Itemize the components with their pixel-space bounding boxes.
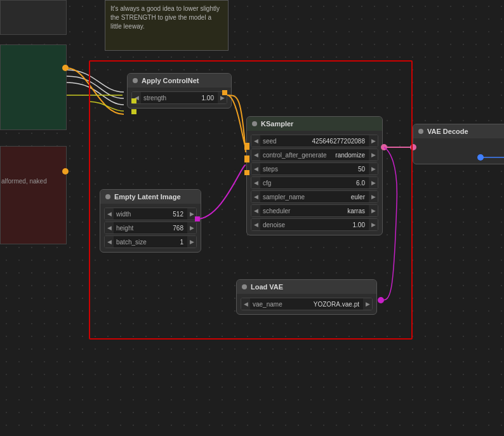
steps-left-arrow[interactable]: ◀ xyxy=(251,163,260,175)
cfg-label: cfg xyxy=(260,180,356,187)
node-controlnet-title: Apply ControlNet xyxy=(142,77,199,84)
strength-right-arrow[interactable]: ▶ xyxy=(218,92,227,103)
node-load-vae-body: ◀ vae_name YOZORA.vae.pt ▶ xyxy=(237,294,376,314)
node-latent-header: Empty Latent Image xyxy=(100,190,201,204)
vae-name-value: YOZORA.vae.pt xyxy=(314,301,363,308)
denoise-value: 1.00 xyxy=(353,221,369,228)
cfg-value: 6.0 xyxy=(356,180,369,187)
batch-label: batch_size xyxy=(114,239,180,246)
strength-label: strength xyxy=(141,95,202,102)
width-label: width xyxy=(114,211,173,218)
node-vae-decode-header: VAE Decode xyxy=(413,124,504,138)
control-value: randomize xyxy=(335,152,369,159)
batch-right-arrow[interactable]: ▶ xyxy=(187,236,196,248)
ksampler-scheduler-field[interactable]: ◀ scheduler karras ▶ xyxy=(251,204,378,217)
sampler-left-arrow[interactable]: ◀ xyxy=(251,191,260,202)
node-controlnet-body: ◀ strength 1.00 ▶ xyxy=(128,88,231,108)
ksampler-sampler-field[interactable]: ◀ sampler_name euler ▶ xyxy=(251,190,378,203)
latent-batch-field[interactable]: ◀ batch_size 1 ▶ xyxy=(104,235,197,248)
strength-left-arrow[interactable]: ◀ xyxy=(132,92,141,103)
batch-left-arrow[interactable]: ◀ xyxy=(105,236,114,248)
control-left-arrow[interactable]: ◀ xyxy=(251,149,260,161)
steps-value: 50 xyxy=(358,166,369,173)
width-value: 512 xyxy=(173,211,187,218)
node-empty-latent[interactable]: Empty Latent Image ◀ width 512 ▶ ◀ heigh… xyxy=(100,189,201,253)
scheduler-value: karras xyxy=(347,208,369,215)
sampler-value: euler xyxy=(351,194,369,201)
left-top-panel xyxy=(0,0,67,35)
height-value: 768 xyxy=(173,225,187,232)
node-load-vae-dot xyxy=(242,284,247,289)
node-ksampler-dot xyxy=(252,121,257,126)
left-mid-panel xyxy=(0,44,67,130)
node-status-dot xyxy=(133,78,138,83)
node-controlnet-header: Apply ControlNet xyxy=(128,74,231,88)
node-vae-decode-dot xyxy=(418,129,423,134)
node-ksampler[interactable]: KSampler ◀ seed 425646277202088 ▶ ◀ cont… xyxy=(246,116,383,235)
scheduler-label: scheduler xyxy=(260,208,347,215)
node-vae-decode[interactable]: VAE Decode xyxy=(413,124,504,164)
height-label: height xyxy=(114,225,173,232)
node-apply-controlnet[interactable]: Apply ControlNet ◀ strength 1.00 ▶ xyxy=(127,73,232,109)
control-right-arrow[interactable]: ▶ xyxy=(369,149,378,161)
sampler-label: sampler_name xyxy=(260,194,351,201)
node-load-vae[interactable]: Load VAE ◀ vae_name YOZORA.vae.pt ▶ xyxy=(236,279,377,315)
height-right-arrow[interactable]: ▶ xyxy=(187,222,196,234)
node-vae-decode-body xyxy=(413,138,504,164)
latent-height-field[interactable]: ◀ height 768 ▶ xyxy=(104,221,197,234)
steps-label: steps xyxy=(260,166,358,173)
cfg-right-arrow[interactable]: ▶ xyxy=(369,177,378,188)
width-left-arrow[interactable]: ◀ xyxy=(105,208,114,220)
control-label: control_after_generate xyxy=(260,152,335,159)
left-bottom-panel xyxy=(0,146,67,244)
node-ksampler-body: ◀ seed 425646277202088 ▶ ◀ control_after… xyxy=(247,131,382,235)
batch-value: 1 xyxy=(180,239,187,246)
sampler-right-arrow[interactable]: ▶ xyxy=(369,191,378,202)
ksampler-control-field[interactable]: ◀ control_after_generate randomize ▶ xyxy=(251,149,378,161)
node-ksampler-title: KSampler xyxy=(261,120,293,128)
node-latent-body: ◀ width 512 ▶ ◀ height 768 ▶ ◀ batch_siz… xyxy=(100,204,201,252)
height-left-arrow[interactable]: ◀ xyxy=(105,222,114,234)
load-vae-name-field[interactable]: ◀ vae_name YOZORA.vae.pt ▶ xyxy=(241,298,373,310)
node-ksampler-header: KSampler xyxy=(247,117,382,131)
node-load-vae-header: Load VAE xyxy=(237,280,376,294)
node-vae-decode-title: VAE Decode xyxy=(427,128,468,135)
seed-left-arrow[interactable]: ◀ xyxy=(251,135,260,147)
seed-label: seed xyxy=(260,138,312,145)
latent-width-field[interactable]: ◀ width 512 ▶ xyxy=(104,208,197,220)
denoise-left-arrow[interactable]: ◀ xyxy=(251,219,260,230)
cfg-left-arrow[interactable]: ◀ xyxy=(251,177,260,188)
denoise-right-arrow[interactable]: ▶ xyxy=(369,219,378,230)
denoise-label: denoise xyxy=(260,221,353,228)
strength-value: 1.00 xyxy=(202,95,218,102)
scheduler-right-arrow[interactable]: ▶ xyxy=(369,205,378,216)
scheduler-left-arrow[interactable]: ◀ xyxy=(251,205,260,216)
node-load-vae-title: Load VAE xyxy=(251,283,283,291)
note-text: It's always a good idea to lower slightl… xyxy=(110,5,220,30)
vae-name-right-arrow[interactable]: ▶ xyxy=(363,298,372,310)
steps-right-arrow[interactable]: ▶ xyxy=(369,163,378,175)
seed-right-arrow[interactable]: ▶ xyxy=(369,135,378,147)
ksampler-steps-field[interactable]: ◀ steps 50 ▶ xyxy=(251,162,378,175)
ksampler-denoise-field[interactable]: ◀ denoise 1.00 ▶ xyxy=(251,218,378,231)
ksampler-cfg-field[interactable]: ◀ cfg 6.0 ▶ xyxy=(251,176,378,189)
vae-name-left-arrow[interactable]: ◀ xyxy=(241,298,250,310)
controlnet-strength-field[interactable]: ◀ strength 1.00 ▶ xyxy=(131,91,227,104)
seed-value: 425646277202088 xyxy=(312,138,369,145)
vae-name-label: vae_name xyxy=(250,301,314,308)
left-text: alformed, naked xyxy=(1,178,47,185)
node-latent-dot xyxy=(105,194,110,199)
ksampler-seed-field[interactable]: ◀ seed 425646277202088 ▶ xyxy=(251,135,378,147)
note-panel: It's always a good idea to lower slightl… xyxy=(105,0,229,51)
node-latent-title: Empty Latent Image xyxy=(114,193,181,201)
width-right-arrow[interactable]: ▶ xyxy=(187,208,196,220)
